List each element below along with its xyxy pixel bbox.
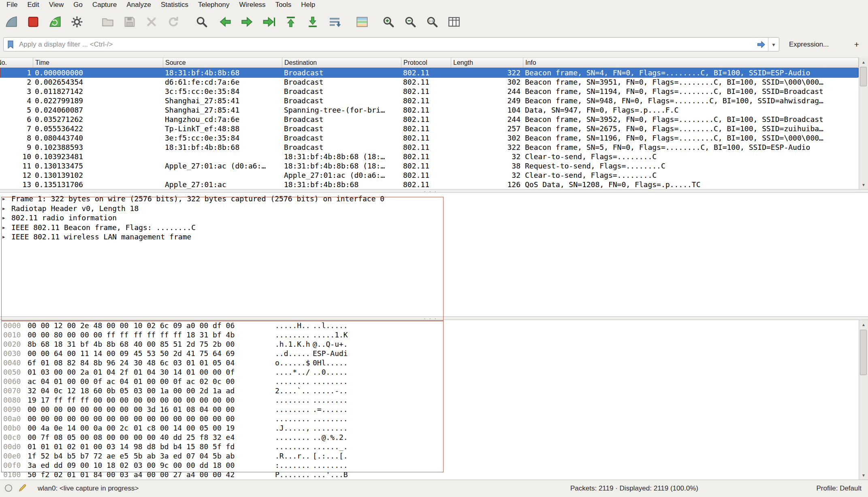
- find-packet-button[interactable]: [193, 12, 211, 32]
- auto-scroll-button[interactable]: [326, 12, 343, 32]
- pane-splitter[interactable]: [0, 316, 868, 320]
- hex-row[interactable]: 001000 00 80 00 00 00 ff ffff ff ff ff 1…: [0, 330, 859, 339]
- resize-columns-button[interactable]: [445, 12, 463, 32]
- menu-item-edit[interactable]: Edit: [22, 0, 44, 9]
- column-header-length[interactable]: Length: [451, 58, 523, 68]
- go-back-button[interactable]: [216, 12, 234, 32]
- go-last-packet-button[interactable]: [304, 12, 322, 32]
- menu-item-statistics[interactable]: Statistics: [156, 0, 193, 9]
- packet-row[interactable]: 30.0118271423c:f5:cc:0e:35:84Broadcast80…: [0, 87, 859, 96]
- hex-bytes-1: 00 00 64 00 11 14 00 09: [28, 349, 128, 358]
- packet-detail-line[interactable]: ▸802.11 radio information: [0, 213, 868, 223]
- scrollbar-thumb[interactable]: [860, 67, 867, 86]
- expander-icon: ▸: [2, 223, 9, 233]
- packet-detail-line[interactable]: ▸Radiotap Header v0, Length 18: [0, 204, 868, 213]
- close-file-button[interactable]: [143, 12, 160, 32]
- go-first-packet-button[interactable]: [282, 12, 300, 32]
- hex-row[interactable]: 00208b 68 18 31 bf 4b 8b 6840 00 85 51 2…: [0, 339, 859, 349]
- menu-item-wireless[interactable]: Wireless: [234, 0, 270, 9]
- column-header-no[interactable]: No.: [0, 58, 33, 68]
- scroll-down-button[interactable]: [859, 471, 868, 480]
- packet-row[interactable]: 20.002654354d6:61:fe:cd:7a:6eBroadcast80…: [0, 77, 859, 87]
- display-filter-input[interactable]: [17, 41, 754, 49]
- hex-row[interactable]: 00d001 01 01 02 01 00 03 1498 d8 bd b4 1…: [0, 442, 859, 451]
- hex-row[interactable]: 000000 00 12 00 2e 48 00 0010 02 6c 09 a…: [0, 321, 859, 330]
- packet-row[interactable]: 110.130133475Apple_27:01:ac (d0:a6:…18:3…: [0, 161, 859, 171]
- add-filter-button[interactable]: +: [850, 38, 864, 51]
- hex-ascii-1: ........: [275, 433, 310, 442]
- capture-comment-button[interactable]: [17, 484, 28, 494]
- stop-capture-button[interactable]: [24, 12, 42, 32]
- scrollbar-thumb[interactable]: [860, 330, 867, 375]
- start-capture-button[interactable]: [2, 12, 20, 32]
- hex-row[interactable]: 00406f 01 08 82 84 8b 96 2430 48 6c 03 0…: [0, 358, 859, 367]
- go-to-packet-button[interactable]: [260, 12, 278, 32]
- save-file-button[interactable]: [121, 12, 139, 32]
- packet-row[interactable]: 10.00000000018:31:bf:4b:8b:68Broadcast80…: [0, 68, 859, 77]
- menu-item-help[interactable]: Help: [296, 0, 320, 9]
- go-forward-button[interactable]: [238, 12, 256, 32]
- menu-item-capture[interactable]: Capture: [87, 0, 122, 9]
- hex-row[interactable]: 00b000 4a 0e 14 00 0a 00 2c01 c8 00 14 0…: [0, 423, 859, 433]
- restart-capture-button[interactable]: [46, 12, 64, 32]
- menu-item-file[interactable]: File: [2, 0, 22, 9]
- column-header-protocol[interactable]: Protocol: [401, 58, 451, 68]
- packet-bytes-scrollbar[interactable]: [859, 320, 868, 480]
- packet-row[interactable]: 70.055536422Tp-LinkT_ef:48:88Broadcast80…: [0, 124, 859, 133]
- hex-row[interactable]: 00f03a ed dd 09 00 10 18 0203 00 9c 00 0…: [0, 461, 859, 470]
- zoom-original-button[interactable]: 1:1: [423, 12, 441, 32]
- packet-row[interactable]: 120.130139102Apple_27:01:ac (d0:a6:…802.…: [0, 171, 859, 180]
- expression-button[interactable]: Expression...: [783, 38, 834, 51]
- pane-splitter[interactable]: [0, 189, 868, 193]
- packet-detail-line[interactable]: ▸Frame 1: 322 bytes on wire (2576 bits),…: [0, 194, 868, 204]
- colorize-button[interactable]: [353, 12, 371, 32]
- menu-item-tools[interactable]: Tools: [271, 0, 296, 9]
- hex-offset: 0020: [3, 339, 21, 349]
- bookmark-icon[interactable]: [4, 39, 17, 50]
- scroll-down-button[interactable]: [859, 180, 868, 189]
- hex-row[interactable]: 010050 f2 02 01 01 84 00 03a4 00 00 27 a…: [0, 470, 859, 479]
- packet-cell-protocol: 802.11: [401, 105, 451, 115]
- packet-cell-time: 0.022799189: [33, 96, 163, 105]
- apply-filter-icon[interactable]: [754, 39, 768, 50]
- reload-button[interactable]: [164, 12, 182, 32]
- column-header-time[interactable]: Time: [33, 58, 163, 68]
- hex-row[interactable]: 008019 17 ff ff ff 00 00 0000 00 00 00 0…: [0, 395, 859, 405]
- hex-row[interactable]: 003000 00 64 00 11 14 00 0945 53 50 2d 4…: [0, 349, 859, 358]
- scroll-up-button[interactable]: [859, 320, 868, 329]
- zoom-out-button[interactable]: [401, 12, 419, 32]
- packet-row[interactable]: 40.022799189Shanghai_27:85:41Broadcast80…: [0, 96, 859, 105]
- packet-row[interactable]: 90.10238859318:31:bf:4b:8b:68Broadcast80…: [0, 143, 859, 152]
- column-header-destination[interactable]: Destination: [282, 58, 401, 68]
- packet-row[interactable]: 80.0804437403e:f5:cc:0e:35:84Broadcast80…: [0, 133, 859, 143]
- column-header-info[interactable]: Info: [523, 58, 859, 68]
- hex-row[interactable]: 0060ac 04 01 00 00 0f ac 0401 00 00 0f a…: [0, 377, 859, 386]
- hex-row[interactable]: 007032 04 0c 12 18 60 0b 0503 00 1a 00 0…: [0, 386, 859, 395]
- packet-row[interactable]: 60.035271262Hangzhou_cd:7a:6eBroadcast80…: [0, 115, 859, 124]
- packet-detail-line[interactable]: ▸IEEE 802.11 Beacon frame, Flags: ......…: [0, 223, 868, 233]
- packet-list-scrollbar[interactable]: [859, 58, 868, 189]
- menu-item-go[interactable]: Go: [68, 0, 87, 9]
- hex-row[interactable]: 009000 00 00 00 00 00 00 0000 3d 16 01 0…: [0, 405, 859, 414]
- filter-dropdown-button[interactable]: [768, 38, 779, 51]
- hex-offset: 0030: [3, 349, 21, 358]
- expert-info-button[interactable]: [3, 484, 14, 494]
- hex-row[interactable]: 00a000 00 00 00 00 00 00 0000 00 00 00 0…: [0, 414, 859, 423]
- packet-row[interactable]: 100.10392348118:31:bf:4b:8b:68 (18:…802.…: [0, 152, 859, 161]
- open-file-button[interactable]: [99, 12, 117, 32]
- menu-item-view[interactable]: View: [44, 0, 69, 9]
- start-capture-icon: [4, 15, 18, 29]
- profile-label[interactable]: Profile: Default: [817, 484, 862, 493]
- packet-detail-line[interactable]: ▸IEEE 802.11 wireless LAN management fra…: [0, 232, 868, 242]
- menu-item-analyze[interactable]: Analyze: [122, 0, 156, 9]
- display-filter-entry[interactable]: [3, 37, 779, 51]
- capture-options-button[interactable]: [68, 12, 86, 32]
- packet-row[interactable]: 50.024060087Shanghai_27:85:41Spanning-tr…: [0, 105, 859, 115]
- menu-item-telephony[interactable]: Telephony: [193, 0, 235, 9]
- scroll-up-button[interactable]: [859, 58, 868, 66]
- column-header-source[interactable]: Source: [163, 58, 282, 68]
- hex-row[interactable]: 00e01f 52 b4 b5 b7 72 ae e55b ab 3a ed 0…: [0, 451, 859, 461]
- hex-row[interactable]: 005001 03 00 00 2a 01 04 2f01 04 30 14 0…: [0, 367, 859, 377]
- zoom-in-button[interactable]: [380, 12, 397, 32]
- hex-row[interactable]: 00c000 7f 08 05 00 08 00 0000 00 40 dd 2…: [0, 433, 859, 442]
